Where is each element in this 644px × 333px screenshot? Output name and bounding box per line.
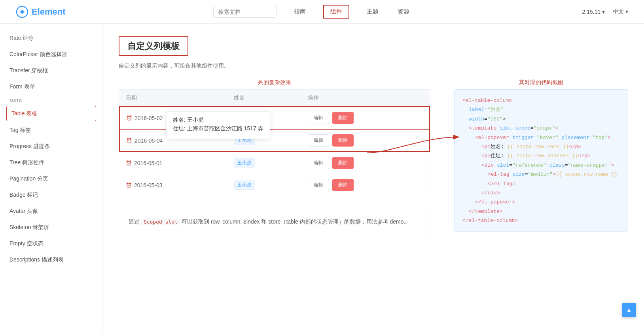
main-content: 自定义列模板 自定义列的显示内容，可组合其他组件使用。 列的复杂效果 姓名: 王…: [103, 24, 644, 333]
col-action: 操作: [301, 90, 430, 107]
table-row: ⏰ 2016-05-01 王小虎 编: [119, 152, 430, 174]
cell-name-3: 王小虎: [227, 174, 301, 196]
inline-code: Scoped slot: [141, 218, 180, 225]
popover-address: 住址: 上海市普陀区金沙江路 1517 弄: [173, 125, 263, 132]
table-row: ⏰ 2016-05-03 王小虎 编: [119, 174, 430, 196]
edit-button-3[interactable]: 编辑: [308, 179, 329, 191]
sidebar-item-pagination[interactable]: Pagination 分页: [0, 171, 102, 187]
edit-button-2[interactable]: 编辑: [308, 157, 329, 169]
code-label: 其对应的代码截图: [454, 79, 628, 86]
nav-item-theme[interactable]: 主题: [365, 8, 380, 15]
sidebar-group-data: Data: [0, 95, 102, 105]
edit-button-1[interactable]: 编辑: [308, 134, 329, 147]
code-line: </div>: [481, 188, 620, 198]
table-head: 日期 姓名 操作: [119, 90, 430, 107]
cell-action-2: 编辑 删除: [301, 152, 430, 174]
logo[interactable]: Element: [16, 6, 66, 18]
table-container: 日期 姓名 操作 ⏰: [119, 89, 430, 196]
popover: 姓名: 王小虎 住址: 上海市普陀区金沙江路 1517 弄: [166, 111, 270, 139]
sidebar-item-tree[interactable]: Tree 树形控件: [0, 154, 102, 171]
table-area: 姓名: 王小虎 住址: 上海市普陀区金沙江路 1517 弄 日期 姓名 操作: [119, 89, 430, 196]
clock-icon: ⏰: [126, 160, 132, 166]
cell-name-2: 王小虎: [227, 152, 301, 174]
sidebar-item-table[interactable]: Table 表格: [6, 106, 96, 121]
col-name: 姓名: [227, 90, 301, 107]
scroll-top-button[interactable]: ▲: [622, 303, 636, 317]
cell-action-0: 编辑 删除: [301, 107, 430, 129]
name-tag-3[interactable]: 王小虎: [234, 181, 255, 190]
delete-button-3[interactable]: 删除: [332, 179, 354, 191]
data-table: 日期 姓名 操作 ⏰: [119, 90, 430, 196]
code-panel: <el-table-column label="姓名" width="180">…: [454, 89, 628, 232]
code-line: <template slot-scope="scope">: [469, 124, 620, 133]
code-line: <p>住址: {{ scope.row.address }}</p>: [481, 151, 620, 160]
header: Element 指南 组件 主题 资源 2.15.11 ▾ 中文 ▾: [0, 0, 644, 24]
code-line: </el-table-column>: [462, 216, 620, 225]
code-line: <p>姓名: {{ scope.row.name }}</p>: [481, 142, 620, 151]
nav-item-guide[interactable]: 指南: [292, 8, 307, 15]
cell-date-2: ⏰ 2016-05-01: [119, 152, 227, 174]
delete-button-2[interactable]: 删除: [332, 157, 354, 169]
col-date: 日期: [119, 90, 227, 107]
code-line: <el-table-column: [462, 96, 620, 105]
sidebar-item-avatar[interactable]: Avatar 头像: [0, 203, 102, 219]
cell-action-1: 编辑 删除: [301, 129, 430, 152]
nav-item-components[interactable]: 组件: [323, 5, 349, 19]
sidebar: Rate 评分 ColorPicker 颜色选择器 Transfer 穿梭框 F…: [0, 24, 103, 333]
lang-selector[interactable]: 中文 ▾: [613, 8, 628, 15]
code-line: </template>: [469, 207, 620, 216]
code-line: <el-tag size="medium">{{ scope.row.name …: [488, 170, 620, 188]
delete-button-0[interactable]: 删除: [332, 112, 354, 124]
sidebar-item-tag[interactable]: Tag 标签: [0, 122, 102, 138]
column-label: 列的复杂效果: [119, 79, 430, 86]
section-title: 自定义列模板: [119, 36, 188, 56]
code-line: <div slot="reference" class="name-wrappe…: [481, 161, 620, 170]
logo-icon: [16, 6, 28, 18]
table-header-row: 日期 姓名 操作: [119, 90, 430, 107]
sidebar-item-badge[interactable]: Badge 标记: [0, 187, 102, 203]
sidebar-item-form[interactable]: Form 表单: [0, 79, 102, 95]
code-panel-area: 其对应的代码截图 <el-table-column label="姓名" wid…: [454, 79, 628, 232]
edit-button-0[interactable]: 编辑: [308, 112, 329, 124]
section-desc: 自定义列的显示内容，可组合其他组件使用。: [119, 62, 628, 70]
nav-item-resources[interactable]: 资源: [396, 8, 411, 15]
header-nav: 指南 组件 主题 资源: [213, 5, 411, 19]
sidebar-item-transfer[interactable]: Transfer 穿梭框: [0, 62, 102, 79]
name-tag-2[interactable]: 王小虎: [234, 158, 255, 167]
clock-icon: ⏰: [126, 182, 132, 188]
header-right: 2.15.11 ▾ 中文 ▾: [582, 8, 629, 15]
sidebar-item-rate[interactable]: Rate 评分: [0, 30, 102, 46]
cell-date-3: ⏰ 2016-05-03: [119, 174, 227, 196]
popover-name: 姓名: 王小虎: [173, 117, 263, 124]
sidebar-item-empty[interactable]: Empty 空状态: [0, 235, 102, 252]
sidebar-item-descriptions[interactable]: Descriptions 描述列表: [0, 252, 102, 268]
search-input[interactable]: [213, 6, 277, 18]
delete-button-1[interactable]: 删除: [332, 134, 354, 147]
clock-icon: ⏰: [126, 138, 132, 143]
code-line: width="180">: [469, 115, 620, 124]
code-line: label="姓名": [469, 105, 620, 114]
code-line: <el-popover trigger="hover" placement="t…: [475, 133, 620, 142]
sidebar-item-skeleton[interactable]: Skeleton 骨架屏: [0, 219, 102, 235]
version-selector[interactable]: 2.15.11 ▾: [582, 9, 605, 15]
clock-icon: ⏰: [126, 115, 132, 121]
svg-point-1: [21, 10, 24, 13]
sidebar-item-progress[interactable]: Progress 进度条: [0, 138, 102, 154]
layout: Rate 评分 ColorPicker 颜色选择器 Transfer 穿梭框 F…: [0, 24, 644, 333]
cell-action-3: 编辑 删除: [301, 174, 430, 196]
bottom-note: 通过 Scoped slot 可以获取到 row, column, $index…: [119, 209, 430, 235]
sidebar-item-colorpicker[interactable]: ColorPicker 颜色选择器: [0, 46, 102, 62]
code-line: </el-popover>: [475, 198, 620, 207]
logo-text: Element: [32, 7, 66, 17]
